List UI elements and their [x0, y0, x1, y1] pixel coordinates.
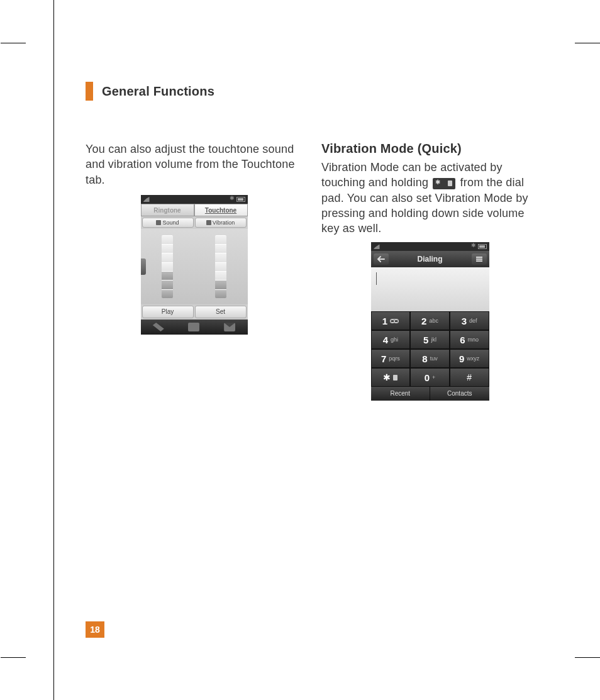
slider-segment [162, 280, 173, 289]
accent-bar [86, 82, 93, 101]
slider-segment [162, 244, 173, 253]
keypad: 12abc3def4ghi5jkl6mno7pqrs8tuv9wxyz✱0+# [371, 311, 489, 387]
star-key-icon [433, 178, 455, 189]
screen-title: Dialing [389, 255, 472, 264]
keypad-row: 12abc3def [371, 311, 489, 330]
section-title: General Functions [102, 84, 214, 99]
key-4[interactable]: 4ghi [371, 330, 411, 349]
sim-icon [393, 375, 397, 381]
key-letters: tuv [430, 355, 438, 362]
keypad-row: ✱0+# [371, 368, 489, 387]
battery-icon [478, 244, 487, 249]
subtab-vibration-label: Vibration [213, 218, 235, 227]
back-button[interactable] [374, 253, 389, 265]
left-column: You can also adjust the touchtone sound … [86, 142, 303, 401]
status-bar [141, 195, 248, 204]
keypad-row: 7pqrs8tuv9wxyz [371, 349, 489, 368]
slider-segment [215, 271, 226, 280]
signal-icon [143, 197, 150, 202]
dock-bar [141, 319, 248, 335]
bluetooth-icon [472, 243, 475, 250]
status-bar [371, 242, 489, 251]
key-letters: abc [429, 318, 438, 324]
slider-segment [215, 253, 226, 262]
tab-row: Ringtone Touchtone [141, 204, 248, 216]
bluetooth-icon [230, 196, 234, 203]
phone-icon[interactable] [153, 323, 164, 331]
dialer-screenshot: Dialing 12abc3def4ghi5jkl6mno7pqrs8tuv9w… [371, 242, 489, 401]
key-letters: + [432, 374, 435, 381]
set-button[interactable]: Set [195, 306, 247, 318]
title-bar: Dialing [371, 251, 489, 267]
crop-mark [1, 657, 26, 658]
two-column-layout: You can also adjust the touchtone sound … [86, 142, 538, 401]
crop-mark [575, 657, 600, 658]
key-✱[interactable]: ✱ [371, 368, 411, 387]
key-3[interactable]: 3def [450, 311, 489, 330]
menu-icon[interactable] [188, 323, 199, 331]
svg-rect-2 [476, 260, 482, 262]
number-display[interactable] [371, 267, 489, 311]
slider-segment [162, 262, 173, 271]
key-9[interactable]: 9wxyz [450, 349, 489, 368]
speaker-icon [156, 220, 161, 225]
key-0[interactable]: 0+ [410, 368, 450, 387]
tab-recent[interactable]: Recent [371, 387, 431, 401]
slider-segment [215, 280, 226, 289]
voicemail-icon [390, 319, 399, 323]
key-2[interactable]: 2abc [410, 311, 450, 330]
right-column: Vibration Mode (Quick) Vibration Mode ca… [321, 142, 538, 401]
touchtone-screenshot: Ringtone Touchtone Sound Vibration [141, 195, 248, 335]
key-7[interactable]: 7pqrs [371, 349, 411, 368]
key-number: 6 [460, 335, 465, 345]
key-letters: jkl [431, 336, 436, 343]
svg-rect-1 [476, 258, 482, 260]
key-number: # [467, 372, 472, 382]
subtab-vibration[interactable]: Vibration [195, 218, 247, 228]
key-1[interactable]: 1 [371, 311, 411, 330]
key-number: 8 [422, 353, 427, 364]
key-letters: pqrs [389, 355, 400, 362]
key-letters: def [469, 318, 477, 324]
bottom-tabs: Recent Contacts [371, 387, 489, 401]
subtab-row: Sound Vibration [141, 216, 248, 229]
crop-mark [575, 43, 600, 43]
key-#[interactable]: # [450, 368, 489, 387]
subtab-sound-label: Sound [162, 218, 179, 227]
slider-segment [162, 253, 173, 262]
key-letters: mno [468, 336, 479, 343]
menu-button[interactable] [472, 253, 487, 265]
tab-touchtone[interactable]: Touchtone [194, 204, 248, 216]
crop-mark [1, 43, 26, 43]
key-letters: ghi [391, 336, 398, 343]
key-letters: wxyz [467, 355, 479, 362]
side-arrow-icon[interactable] [141, 258, 146, 275]
key-number: 1 [382, 316, 387, 326]
slider-segment [162, 289, 173, 298]
key-number: 0 [425, 372, 430, 383]
svg-rect-0 [476, 257, 482, 258]
slider-segment [215, 289, 226, 298]
slider-segment [162, 271, 173, 280]
vibration-slider[interactable] [215, 235, 226, 298]
key-6[interactable]: 6mno [450, 330, 489, 349]
key-number: ✱ [383, 372, 391, 382]
page-number: 18 [86, 621, 104, 638]
keypad-row: 4ghi5jkl6mno [371, 330, 489, 349]
subtab-sound[interactable]: Sound [142, 218, 194, 228]
slider-segment [215, 235, 226, 244]
key-8[interactable]: 8tuv [410, 349, 450, 368]
key-5[interactable]: 5jkl [410, 330, 450, 349]
slider-area [141, 229, 248, 304]
battery-icon [236, 197, 245, 202]
tab-contacts[interactable]: Contacts [430, 387, 489, 401]
key-number: 4 [383, 335, 388, 345]
mail-icon[interactable] [224, 323, 235, 331]
manual-page: General Functions You can also adjust th… [53, 0, 600, 700]
key-number: 3 [462, 316, 467, 326]
play-button[interactable]: Play [142, 306, 194, 318]
button-row: Play Set [141, 304, 248, 319]
tab-ringtone[interactable]: Ringtone [141, 204, 194, 216]
key-number: 2 [421, 316, 426, 326]
sound-slider[interactable] [162, 235, 173, 298]
